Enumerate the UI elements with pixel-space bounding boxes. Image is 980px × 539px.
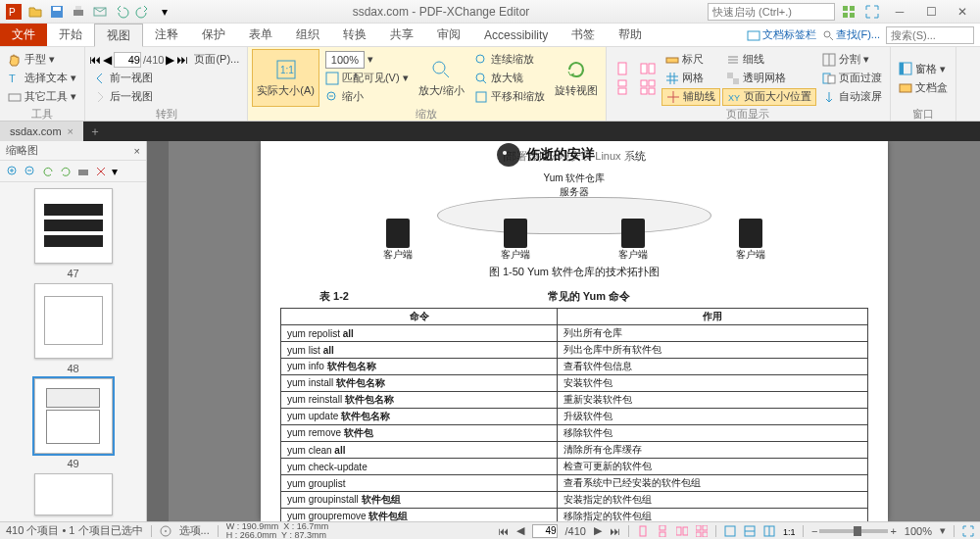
thumbs-close-icon[interactable]: × [134,145,140,157]
prev-view-button[interactable]: 前一视图 [89,70,243,87]
sb-fullscreen-icon[interactable] [962,525,974,537]
th-more-icon[interactable]: ▾ [112,165,118,178]
thumb-50[interactable] [34,473,113,515]
select-text-button[interactable]: T选择文本 ▾ [4,70,80,87]
tab-convert[interactable]: 转换 [331,24,378,46]
sb-layout3-icon[interactable] [676,525,688,537]
close-tab-icon[interactable]: × [68,125,74,137]
tab-file[interactable]: 文件 [0,24,47,46]
th-print-icon[interactable] [76,165,90,178]
rotate-view-button[interactable]: 旋转视图 [551,49,602,107]
print-icon[interactable] [69,2,88,22]
zoom-level-button[interactable]: 100% ▾ [321,51,413,69]
tab-share[interactable]: 共享 [378,24,425,46]
two-continuous-icon[interactable] [636,78,660,96]
tab-access[interactable]: Accessibility [472,24,560,46]
maximize-button[interactable]: ☐ [917,2,945,22]
page-scroll[interactable]: 伤逝的安详 |部署虚拟环境安装 Linux 系统 Yum 软件仓库 服务器 客户… [169,141,980,521]
search-input[interactable] [886,26,974,44]
next-view-button[interactable]: 后一视图 [89,88,243,106]
th-delete-icon[interactable] [94,165,108,178]
fit-visible-button[interactable]: 匹配可见(V) ▾ [321,70,413,87]
thumb-48[interactable] [34,283,113,359]
close-button[interactable]: ✕ [949,2,976,22]
guide-button[interactable]: 辅助线 [662,88,720,106]
ruler-button[interactable]: 标尺 [662,51,720,69]
sb-fit4-icon[interactable]: 1:1 [783,525,795,537]
sb-prev-icon[interactable]: ◀ [516,524,524,537]
sb-fit1-icon[interactable] [724,525,736,537]
undo-icon[interactable] [112,2,131,22]
hand-tool-button[interactable]: 手型 ▾ [4,51,80,69]
page-goto-button[interactable]: 页面(P)... [190,51,243,69]
tab-help[interactable]: 帮助 [607,24,654,46]
zoom-minus-icon[interactable]: − [811,525,817,537]
sb-fit2-icon[interactable] [744,525,756,537]
grid-button[interactable]: 网格 [662,70,720,87]
redo-icon[interactable] [133,2,153,22]
tab-start[interactable]: 开始 [47,24,94,46]
th-zoom-out-icon[interactable] [24,165,37,178]
ui-mode-icon[interactable] [839,2,858,22]
th-rotate-r-icon[interactable] [59,165,73,178]
next-page-icon[interactable]: ▶ [166,53,174,67]
filebox-button[interactable]: 文档盒 [895,78,952,96]
zoom-io-button[interactable]: 放大/缩小 [415,49,468,107]
last-page-icon[interactable]: ⏭ [176,53,188,67]
sb-first-icon[interactable]: ⏮ [498,525,509,537]
sb-layout2-icon[interactable] [657,525,668,537]
actual-size-button[interactable]: 1:1实际大小(A) [252,49,319,107]
pane-button[interactable]: 窗格 ▾ [895,60,952,77]
tab-bookmark[interactable]: 书签 [560,24,607,46]
app-icon[interactable]: P [4,2,24,22]
page-input[interactable] [114,52,141,68]
options-button[interactable]: 选项... [179,523,210,538]
minimize-button[interactable]: ─ [886,2,913,22]
save-icon[interactable] [47,2,67,22]
prev-page-icon[interactable]: ◀ [103,53,112,67]
tab-organize[interactable]: 组织 [284,24,331,46]
tab-form[interactable]: 表单 [237,24,284,46]
thumb-49[interactable] [34,378,113,454]
new-tab-icon[interactable]: ＋ [83,123,107,140]
tab-protect[interactable]: 保护 [190,24,237,46]
qat-dropdown-icon[interactable]: ▾ [155,2,174,22]
docops-button[interactable]: 文档标签栏 [747,27,816,42]
thinline-button[interactable]: 细线 [722,51,816,69]
sb-layout1-icon[interactable] [637,525,649,537]
other-tools-button[interactable]: 其它工具 ▾ [4,88,80,106]
sb-fit3-icon[interactable] [763,525,775,537]
fullscreen-icon[interactable] [862,2,882,22]
thumb-47[interactable] [34,188,113,264]
continuous-page-icon[interactable] [611,78,634,96]
transgrid-button[interactable]: 透明网格 [722,70,816,87]
split-button[interactable]: 分割 ▾ [818,51,886,69]
zoom-thumb[interactable] [854,526,861,536]
first-page-icon[interactable]: ⏮ [89,53,101,67]
cont-zoom-button[interactable]: 连续缩放 [470,51,549,69]
find-button[interactable]: 查找(F)... [822,27,880,42]
open-icon[interactable] [25,2,45,22]
options-icon[interactable] [160,525,172,537]
mail-icon[interactable] [90,2,110,22]
doc-tab[interactable]: ssdax.com× [0,122,83,141]
zoom-out-button[interactable]: 缩小 [321,88,413,106]
sb-last-icon[interactable]: ⏭ [610,525,620,537]
two-page-icon[interactable] [636,60,660,77]
pagesize-button[interactable]: XY页面大小/位置 [722,88,816,106]
zoom-plus-icon[interactable]: + [890,525,896,537]
magnifier-button[interactable]: 放大镜 [470,70,549,87]
sb-page-input[interactable] [532,524,558,538]
zoom-slider[interactable]: − + [811,525,897,537]
tab-view[interactable]: 视图 [94,24,143,47]
th-zoom-in-icon[interactable] [6,165,20,178]
th-rotate-l-icon[interactable] [41,165,55,178]
sb-layout4-icon[interactable] [696,525,708,537]
tab-annot[interactable]: 注释 [143,24,190,46]
pan-zoom-button[interactable]: 平移和缩放 [470,88,549,106]
thumbs-list[interactable]: 47 48 49 [0,182,146,521]
transition-button[interactable]: 页面过渡 [818,70,886,87]
single-page-icon[interactable] [611,60,634,77]
quick-launch-input[interactable] [708,3,835,21]
sb-next-icon[interactable]: ▶ [594,524,602,537]
